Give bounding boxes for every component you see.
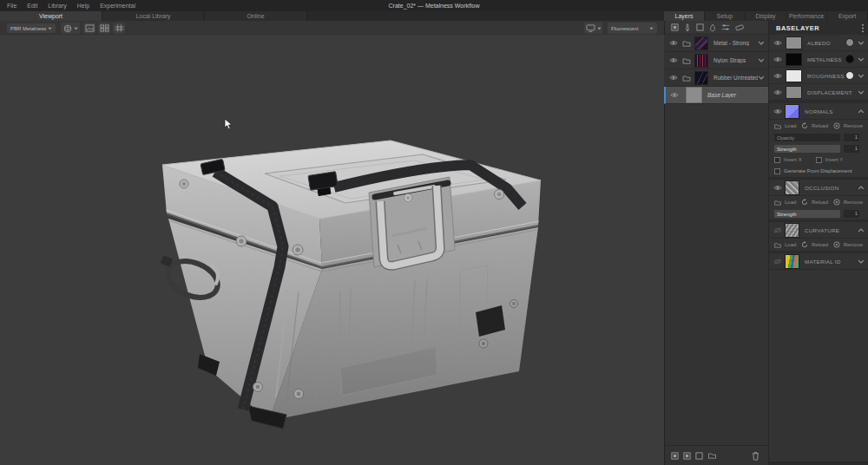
invert-y-checkbox[interactable]: [816, 157, 822, 163]
trash-icon[interactable]: [752, 451, 760, 461]
channel-swatch: [786, 69, 802, 82]
opacity-value[interactable]: 1: [844, 134, 859, 141]
add-group-icon[interactable]: [707, 452, 717, 459]
layer-row-rubber[interactable]: Rubber Untreated: [664, 69, 768, 87]
remove-button[interactable]: Remove: [833, 241, 863, 248]
chevron-down-icon[interactable]: [758, 41, 765, 45]
visibility-eye-off-icon[interactable]: [773, 259, 782, 265]
layer-row-nylon[interactable]: Nylon Straps: [664, 52, 768, 69]
chevron-down-icon[interactable]: [858, 259, 865, 264]
add-solid-layer-icon[interactable]: [671, 452, 679, 460]
visibility-eye-off-icon[interactable]: [773, 227, 782, 233]
layer-name: Metal - Strong: [713, 40, 758, 46]
chevron-down-icon[interactable]: [758, 58, 765, 62]
chevron-down-icon[interactable]: [858, 41, 865, 45]
channel-metalness[interactable]: METALNESS: [769, 51, 868, 68]
panel-bottom-strip: [768, 462, 868, 465]
chevron-up-icon[interactable]: [858, 186, 865, 190]
tab-online[interactable]: Online: [205, 11, 307, 21]
chevron-up-icon[interactable]: [858, 109, 865, 114]
strength-value[interactable]: 1: [844, 210, 859, 218]
chevron-down-icon[interactable]: [758, 75, 765, 80]
opacity-slider[interactable]: Opacity: [774, 134, 840, 141]
tab-layers[interactable]: Layers: [664, 11, 705, 21]
background-image-button[interactable]: [83, 23, 95, 34]
remove-label: Remove: [844, 242, 863, 247]
menu-file[interactable]: File: [7, 3, 16, 9]
layer-row-base-selected[interactable]: Base Layer: [664, 87, 768, 104]
menu-help[interactable]: Help: [77, 3, 89, 9]
folder-icon[interactable]: [682, 75, 691, 82]
load-button[interactable]: Load: [774, 200, 796, 206]
channel-normals[interactable]: NORMALS: [769, 103, 868, 120]
reload-button[interactable]: Reload: [801, 241, 828, 248]
workspace-tabs: Viewport Local Library Online: [0, 11, 307, 21]
visibility-eye-icon[interactable]: [669, 40, 678, 46]
channel-roughness[interactable]: ROUGHNESS: [769, 68, 868, 84]
adjustment-layer-icon[interactable]: [721, 23, 730, 31]
lighting-dropdown[interactable]: Fluorescent: [608, 23, 657, 34]
visibility-eye-icon[interactable]: [773, 73, 782, 79]
load-button[interactable]: Load: [774, 242, 796, 248]
remove-button[interactable]: Remove: [833, 122, 863, 129]
tab-setup[interactable]: Setup: [705, 11, 746, 21]
shader-ball-button[interactable]: [61, 23, 80, 34]
chevron-down-icon[interactable]: [858, 90, 865, 95]
visibility-eye-icon[interactable]: [669, 57, 678, 63]
chevron-down-icon[interactable]: [858, 57, 865, 62]
folder-icon[interactable]: [682, 57, 691, 64]
folder-icon[interactable]: [682, 40, 691, 47]
channel-curvature[interactable]: CURVATURE: [769, 222, 868, 239]
load-button[interactable]: Load: [774, 123, 796, 129]
surface-layer-icon[interactable]: [696, 23, 704, 31]
visibility-eye-icon[interactable]: [773, 89, 782, 95]
generate-from-displacement-checkbox[interactable]: [774, 168, 780, 174]
grid-toggle-button[interactable]: [113, 23, 125, 34]
chevron-up-icon[interactable]: [858, 228, 865, 232]
paint-layer-icon[interactable]: [684, 23, 691, 32]
load-label: Load: [785, 123, 796, 128]
tab-viewport[interactable]: Viewport: [0, 11, 102, 21]
strength-slider[interactable]: Strength: [774, 210, 840, 218]
liquid-layer-icon[interactable]: [709, 23, 716, 32]
layers-toolbar: [664, 21, 768, 35]
add-paint-layer-icon[interactable]: [695, 452, 703, 460]
viewport-3d[interactable]: [0, 35, 664, 465]
channel-occlusion[interactable]: OCCLUSION: [769, 180, 868, 196]
tab-local-library[interactable]: Local Library: [102, 11, 205, 21]
reload-button[interactable]: Reload: [801, 199, 828, 206]
add-surface-layer-icon[interactable]: [683, 452, 691, 460]
visibility-eye-icon[interactable]: [670, 92, 679, 98]
reload-label: Reload: [812, 123, 828, 128]
menu-library[interactable]: Library: [48, 3, 66, 9]
channel-albedo[interactable]: ALBEDO: [769, 35, 868, 51]
lighting-value: Fluorescent: [611, 26, 638, 31]
channel-swatch: [786, 53, 802, 66]
visibility-eye-icon[interactable]: [773, 185, 782, 191]
menu-edit[interactable]: Edit: [27, 3, 37, 9]
strength-value[interactable]: 1: [844, 145, 859, 153]
visibility-eye-icon[interactable]: [669, 75, 678, 81]
menu-experimental[interactable]: Experimental: [100, 3, 135, 9]
visibility-eye-icon[interactable]: [773, 108, 782, 115]
tab-display[interactable]: Display: [746, 11, 786, 21]
shader-mode-dropdown[interactable]: PBR Metalness: [7, 23, 56, 33]
split-view-button[interactable]: [98, 23, 110, 34]
remove-button[interactable]: Remove: [833, 199, 863, 206]
display-mode-button[interactable]: [584, 23, 602, 34]
strength-slider[interactable]: Strength: [774, 145, 840, 153]
solid-layer-icon[interactable]: [671, 23, 679, 31]
smart-material-icon[interactable]: [735, 23, 744, 31]
chevron-down-icon[interactable]: [858, 74, 865, 78]
reload-button[interactable]: Reload: [801, 122, 828, 129]
channel-material-id[interactable]: MATERIAL ID: [769, 253, 868, 270]
tab-performance[interactable]: Performance: [786, 11, 827, 21]
layer-row-metal[interactable]: Metal - Strong: [664, 35, 768, 52]
kebab-menu-icon[interactable]: [861, 23, 865, 33]
material-id-thumbnail: [785, 254, 799, 269]
invert-x-checkbox[interactable]: [774, 157, 780, 163]
tab-export[interactable]: Export: [827, 11, 868, 21]
visibility-eye-icon[interactable]: [773, 40, 782, 46]
channel-displacement[interactable]: DISPLACEMENT: [769, 84, 868, 101]
visibility-eye-icon[interactable]: [773, 56, 782, 62]
